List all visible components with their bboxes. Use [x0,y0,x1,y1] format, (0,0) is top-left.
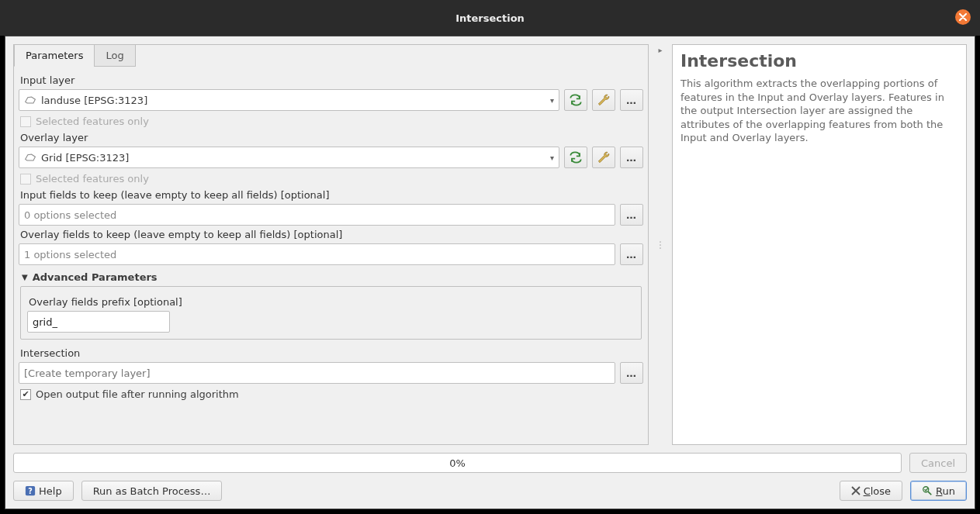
parameters-body: Input layer landuse [EPSG:3123] ▾ [14,67,648,444]
wrench-icon [596,92,611,108]
dialog-window: Intersection Parameters Log Input layer … [0,0,980,514]
overlay-fields-label: Overlay fields to keep (leave empty to k… [20,229,643,240]
main-row: Parameters Log Input layer landuse [EPSG… [5,36,975,445]
close-button-label: Close [864,485,891,497]
panel-splitter[interactable]: ▸ ··· [656,44,664,445]
polygon-layer-icon [24,95,36,105]
iterate-icon [568,150,583,164]
chevron-right-icon: ▸ [658,46,662,54]
input-layer-combo[interactable]: landuse [EPSG:3123] ▾ [19,89,559,111]
overlay-prefix-input[interactable] [27,311,170,333]
window-title: Intersection [455,12,525,24]
help-title: Intersection [680,51,958,71]
chevron-down-icon: ▼ [22,273,28,281]
advanced-parameters-body: Overlay fields prefix [optional] [20,286,642,340]
output-destination-input[interactable] [19,362,615,384]
overlay-fields-value: 1 options selected [24,249,116,260]
overlay-prefix-label: Overlay fields prefix [optional] [29,296,635,308]
open-output-row[interactable]: ✔ Open output file after running algorit… [20,388,643,400]
overlay-layer-value: Grid [EPSG:3123] [41,152,129,164]
wrench-icon [596,150,611,165]
progress-bar: 0% [13,453,902,473]
tab-log[interactable]: Log [94,44,135,67]
titlebar: Intersection [0,0,980,36]
iterate-icon [568,93,583,107]
close-icon [851,486,861,495]
input-fields-browse-button[interactable]: … [620,204,643,226]
overlay-fields-display[interactable]: 1 options selected [19,243,615,265]
overlay-selected-only-row: Selected features only [20,173,643,185]
advanced-parameters-toggle[interactable]: ▼ Advanced Parameters [22,271,643,283]
tab-parameters[interactable]: Parameters [14,44,95,67]
overlay-selected-only-checkbox [20,174,31,185]
input-layer-label: Input layer [20,74,643,86]
output-label: Intersection [20,347,643,359]
input-fields-label: Input fields to keep (leave empty to kee… [20,189,643,201]
advanced-parameters-label: Advanced Parameters [33,271,158,283]
iterate-features-button[interactable] [564,89,587,111]
run-button-label: Run [936,485,955,497]
ellipsis-icon: … [626,152,637,164]
dropdown-arrow-icon: ▾ [550,154,554,162]
parameters-panel: Parameters Log Input layer landuse [EPSG… [13,44,649,445]
overlay-layer-label: Overlay layer [20,132,643,143]
dialog-client: Parameters Log Input layer landuse [EPSG… [5,36,975,509]
ellipsis-icon: … [626,367,637,379]
run-batch-button[interactable]: Run as Batch Process… [81,481,223,501]
iterate-features-button[interactable] [564,147,587,168]
help-icon: ? [25,485,36,496]
advanced-options-button[interactable] [592,89,615,111]
input-layer-value: landuse [EPSG:3123] [41,95,147,106]
ellipsis-icon: … [626,95,637,106]
open-output-label: Open output file after running algorithm [36,388,239,400]
bottom-bar: 0% Cancel ? Help Run as Batch Process… C… [5,445,975,509]
close-button[interactable]: Close [840,481,902,501]
run-icon [922,485,933,496]
run-button[interactable]: Run [910,481,967,501]
cancel-button: Cancel [909,453,967,473]
input-fields-value: 0 options selected [24,209,116,221]
svg-text:?: ? [28,487,33,495]
input-selected-only-checkbox [20,116,31,127]
overlay-layer-combo[interactable]: Grid [EPSG:3123] ▾ [19,147,559,168]
input-selected-only-label: Selected features only [36,116,149,127]
splitter-grip-icon: ··· [659,240,662,250]
close-window-button[interactable] [955,9,971,25]
ellipsis-icon: … [626,249,637,260]
help-body: This algorithm extracts the overlapping … [680,77,958,145]
overlay-fields-browse-button[interactable]: … [620,243,643,265]
advanced-options-button[interactable] [592,147,615,168]
polygon-layer-icon [24,153,36,162]
help-button[interactable]: ? Help [13,481,74,501]
input-fields-display[interactable]: 0 options selected [19,204,615,226]
help-panel: Intersection This algorithm extracts the… [672,44,967,445]
help-button-label: Help [39,485,62,497]
ellipsis-icon: … [626,209,637,221]
browse-overlay-button[interactable]: … [620,147,643,168]
input-selected-only-row: Selected features only [20,116,643,127]
tab-bar: Parameters Log [14,44,648,67]
open-output-checkbox[interactable]: ✔ [20,389,31,400]
overlay-selected-only-label: Selected features only [36,173,149,185]
dropdown-arrow-icon: ▾ [550,96,554,105]
progress-text: 0% [449,457,466,469]
output-browse-button[interactable]: … [620,362,643,384]
browse-input-button[interactable]: … [620,89,643,111]
